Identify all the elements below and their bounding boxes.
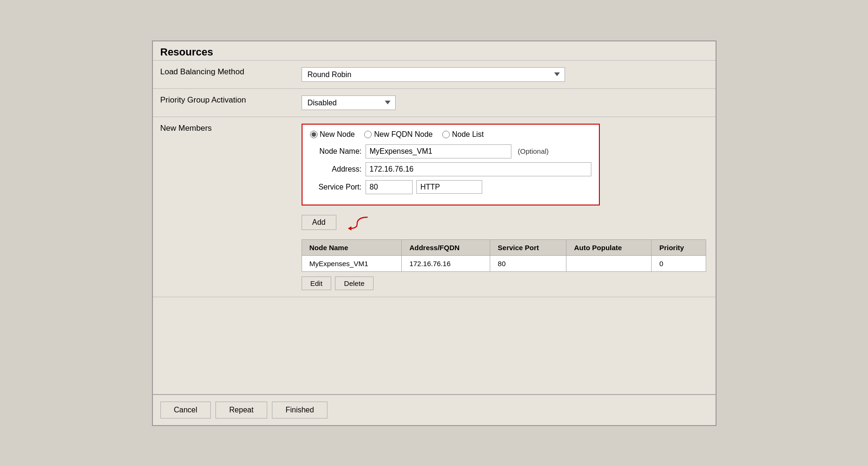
svg-marker-0 [348, 226, 351, 230]
optional-label: (Optional) [518, 147, 549, 155]
service-port-row: Service Port: HTTP HTTPS FTP SMTP Any [310, 180, 591, 194]
radio-row: New Node New FQDN Node Node List [310, 130, 591, 139]
table-header-row: Node Name Address/FQDN Service Port Auto… [302, 239, 706, 255]
table-body: MyExpenses_VM1 172.16.76.16 80 0 [302, 255, 706, 271]
table-row: MyExpenses_VM1 172.16.76.16 80 0 [302, 255, 706, 271]
add-button[interactable]: Add [302, 215, 336, 230]
repeat-button[interactable]: Repeat [215, 402, 267, 419]
load-balancing-row: Load Balancing Method Round RobinLeast C… [153, 61, 716, 89]
cell-auto-populate [566, 255, 652, 271]
service-port-label: Service Port: [310, 183, 362, 191]
node-list-option[interactable]: Node List [442, 130, 484, 139]
arrow-icon [343, 213, 371, 232]
node-list-radio[interactable] [442, 131, 450, 138]
cell-service-port: 80 [490, 255, 566, 271]
node-list-label: Node List [452, 130, 484, 139]
load-balancing-label: Load Balancing Method [153, 61, 294, 89]
service-port-protocol-select[interactable]: HTTP HTTPS FTP SMTP Any [416, 180, 482, 194]
priority-group-label: Priority Group Activation [153, 88, 294, 117]
cell-priority: 0 [652, 255, 706, 271]
node-name-row: Node Name: (Optional) [310, 144, 591, 158]
new-node-label: New Node [320, 130, 355, 139]
delete-button[interactable]: Delete [335, 276, 373, 290]
form-table: Load Balancing Method Round RobinLeast C… [153, 61, 716, 297]
resources-window: Resources Load Balancing Method Round Ro… [152, 40, 717, 426]
col-priority: Priority [652, 239, 706, 255]
priority-group-control: Disabled Enabled [294, 88, 716, 117]
table-buttons: Edit Delete [302, 276, 708, 290]
new-node-option[interactable]: New Node [310, 130, 355, 139]
service-port-input[interactable] [366, 180, 413, 194]
col-address: Address/FQDN [402, 239, 490, 255]
new-fqdn-option[interactable]: New FQDN Node [364, 130, 432, 139]
node-name-label: Node Name: [310, 147, 362, 156]
address-input[interactable] [366, 162, 591, 176]
address-row: Address: [310, 162, 591, 176]
priority-group-select[interactable]: Disabled Enabled [302, 95, 396, 110]
new-members-control: New Node New FQDN Node Node List [294, 117, 716, 297]
cell-node-name: MyExpenses_VM1 [302, 255, 402, 271]
members-table: Node Name Address/FQDN Service Port Auto… [302, 239, 706, 272]
footer: Cancel Repeat Finished [153, 394, 716, 425]
finished-button[interactable]: Finished [272, 402, 327, 419]
load-balancing-control: Round RobinLeast ConnectionsFastestObser… [294, 61, 716, 89]
cell-address: 172.16.76.16 [402, 255, 490, 271]
new-node-radio[interactable] [310, 131, 318, 138]
new-members-row: New Members New Node New FQDN Node [153, 117, 716, 297]
add-section: Add [302, 213, 708, 232]
table-head: Node Name Address/FQDN Service Port Auto… [302, 239, 706, 255]
window-title: Resources [160, 46, 708, 58]
col-auto-populate: Auto Populate [566, 239, 652, 255]
col-service-port: Service Port [490, 239, 566, 255]
arrow-indicator [343, 213, 371, 232]
load-balancing-select[interactable]: Round RobinLeast ConnectionsFastestObser… [302, 67, 565, 82]
content-area: Load Balancing Method Round RobinLeast C… [153, 61, 716, 394]
node-name-input[interactable] [366, 144, 511, 158]
cancel-button[interactable]: Cancel [160, 402, 211, 419]
new-members-label: New Members [153, 117, 294, 297]
col-node-name: Node Name [302, 239, 402, 255]
title-bar: Resources [153, 41, 716, 61]
priority-group-row: Priority Group Activation Disabled Enabl… [153, 88, 716, 117]
node-section: New Node New FQDN Node Node List [302, 124, 600, 205]
edit-button[interactable]: Edit [302, 276, 332, 290]
new-fqdn-label: New FQDN Node [374, 130, 432, 139]
new-fqdn-radio[interactable] [364, 131, 372, 138]
address-label: Address: [310, 165, 362, 174]
